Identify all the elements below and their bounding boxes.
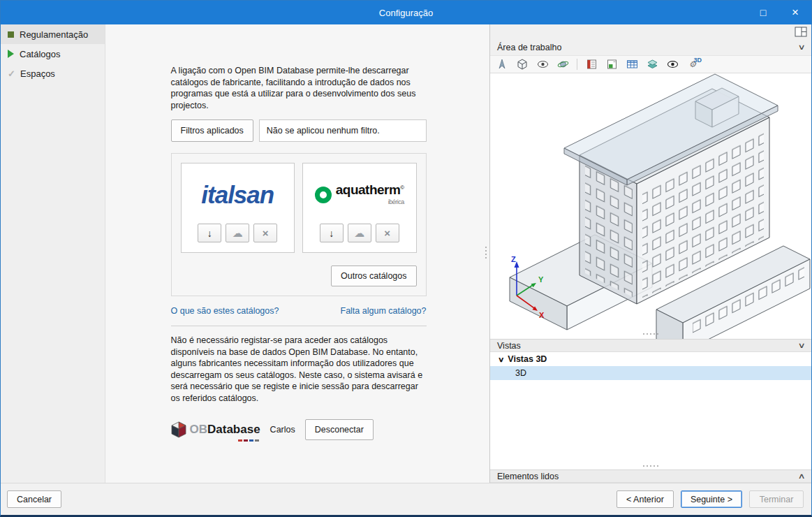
- applied-filters-button[interactable]: Filtros aplicados: [171, 119, 253, 142]
- views-tree-item-3d[interactable]: 3D: [490, 366, 811, 380]
- catalogs-group-box: italsan ↓ ☁ × aqu: [171, 153, 427, 296]
- report-tool-icon[interactable]: [585, 58, 598, 71]
- views-tree-group[interactable]: ∨ Vistas 3D: [490, 352, 811, 366]
- previous-button[interactable]: < Anterior: [617, 490, 674, 508]
- workspace-title: Área de trabalho: [497, 43, 561, 52]
- building-3d-model: Z Y X: [490, 73, 812, 339]
- disconnect-button[interactable]: Desconectar: [305, 419, 374, 440]
- titlebar: Configuração □ ×: [1, 1, 811, 24]
- elements-title: Elementos lidos: [497, 472, 559, 481]
- configuration-window: Configuração □ × Regulamentação Catálogo…: [0, 0, 812, 517]
- views-panel-body: [490, 380, 811, 469]
- sidebar-item-label: Espaços: [20, 68, 55, 79]
- views-group-label: Vistas 3D: [508, 354, 547, 364]
- sidebar-item-label: Regulamentação: [20, 29, 88, 40]
- other-catalogs-button[interactable]: Outros catálogos: [331, 265, 417, 286]
- layers-tool-icon[interactable]: [646, 58, 658, 71]
- hide-elements-icon[interactable]: [666, 58, 679, 71]
- workspace-layout-icon[interactable]: [795, 27, 807, 37]
- cloud-icon: ☁: [354, 227, 364, 240]
- view-item-label: 3D: [515, 368, 526, 378]
- download-catalog-button[interactable]: ↓: [198, 224, 221, 242]
- sidebar-item-catalogos[interactable]: Catálogos: [1, 44, 105, 64]
- dialog-footer: Cancelar < Anterior Seguinte > Terminar: [1, 483, 811, 515]
- obdatabase-logo-prefix: OB: [190, 423, 208, 436]
- workspace-header[interactable]: Área de trabalho ∨: [490, 39, 811, 55]
- compass-tool-icon[interactable]: [496, 58, 508, 71]
- next-button[interactable]: Seguinte >: [681, 490, 742, 508]
- aquatherm-ring-icon: [315, 187, 332, 203]
- step-pending-icon: ✓: [8, 68, 15, 79]
- views-resize-handle[interactable]: [490, 465, 811, 467]
- tree-expander-icon[interactable]: ∨: [498, 356, 505, 363]
- sidebar-item-label: Catálogos: [20, 49, 61, 59]
- download-icon: ↓: [207, 228, 212, 239]
- intro-text: A ligação com o Open BIM Database permit…: [171, 65, 427, 111]
- settings-3d-icon[interactable]: ⚙3D: [686, 58, 699, 71]
- divider: [171, 326, 427, 326]
- step-current-icon: [8, 50, 14, 58]
- what-are-catalogs-link[interactable]: O que são estes catálogos?: [171, 306, 279, 316]
- remove-icon: ×: [263, 227, 269, 239]
- toolbar-separator: [577, 59, 577, 70]
- obdatabase-logo-suffix: Database: [207, 423, 260, 436]
- views-title: Vistas: [497, 341, 521, 351]
- cancel-button[interactable]: Cancelar: [7, 490, 61, 508]
- obdatabase-logo-dashes: [238, 439, 259, 442]
- panel-splitter[interactable]: [485, 247, 487, 258]
- remove-icon: ×: [384, 227, 390, 239]
- remove-catalog-button[interactable]: ×: [376, 224, 399, 242]
- missing-catalog-link[interactable]: Falta algum catálogo?: [341, 306, 427, 316]
- elements-header[interactable]: Elementos lidos ∧: [490, 469, 811, 483]
- italsan-logo: italsan: [201, 181, 274, 209]
- download-catalog-button[interactable]: ↓: [320, 224, 344, 242]
- orbit-tool-icon[interactable]: [556, 58, 569, 71]
- logged-user-name: Carlos: [270, 425, 295, 435]
- aquatherm-logo: aquatherm© ibérica: [315, 182, 404, 207]
- download-icon: ↓: [329, 228, 334, 239]
- 3d-viewport[interactable]: Z Y X: [490, 73, 811, 339]
- viewport-toolbar: ⚙3D: [490, 55, 811, 73]
- register-note-text: Não é necessário registar-se para aceder…: [171, 335, 427, 404]
- finish-button: Terminar: [749, 490, 804, 508]
- aquatherm-trademark: ©: [400, 184, 404, 191]
- viewport-resize-handle[interactable]: [490, 333, 811, 335]
- catalog-card-aquatherm: aquatherm© ibérica ↓ ☁ ×: [302, 163, 417, 253]
- chevron-down-icon: ∨: [797, 43, 805, 52]
- catalog-card-italsan: italsan ↓ ☁ ×: [181, 163, 295, 253]
- aquatherm-logo-text: aquatherm: [336, 183, 401, 198]
- table-tool-icon[interactable]: [626, 58, 638, 71]
- views-header[interactable]: Vistas ∨: [490, 339, 811, 352]
- cube-view-icon[interactable]: [516, 58, 529, 71]
- axis-z-label: Z: [511, 255, 516, 263]
- catalogs-page: A ligação com o Open BIM Database permit…: [106, 24, 491, 483]
- wizard-steps-sidebar: Regulamentação Catálogos ✓ Espaços: [1, 24, 105, 483]
- measure-tool-icon[interactable]: [605, 58, 618, 71]
- chevron-down-icon: ∨: [797, 341, 805, 350]
- obdatabase-logo: OBDatabase: [171, 421, 260, 438]
- update-catalog-button[interactable]: ☁: [226, 224, 249, 242]
- obdatabase-cube-icon: [171, 421, 186, 438]
- window-title: Configuração: [1, 8, 811, 18]
- chevron-up-icon: ∧: [797, 472, 805, 481]
- aquatherm-subtitle: ibérica: [336, 196, 404, 207]
- remove-catalog-button[interactable]: ×: [253, 224, 277, 242]
- workspace-panel: Área de trabalho ∨: [489, 24, 811, 483]
- step-done-icon: [8, 31, 14, 38]
- axis-x-label: X: [539, 311, 545, 319]
- filter-status-text: Não se aplicou nenhum filtro.: [259, 119, 427, 142]
- 3d-label: 3D: [693, 57, 702, 64]
- update-catalog-button[interactable]: ☁: [348, 224, 371, 242]
- cloud-icon: ☁: [232, 227, 243, 240]
- axis-y-label: Y: [538, 275, 544, 284]
- sidebar-item-regulamentacao[interactable]: Regulamentação: [1, 24, 105, 44]
- sidebar-item-espacos[interactable]: ✓ Espaços: [1, 64, 105, 83]
- visibility-tool-icon[interactable]: [536, 58, 549, 71]
